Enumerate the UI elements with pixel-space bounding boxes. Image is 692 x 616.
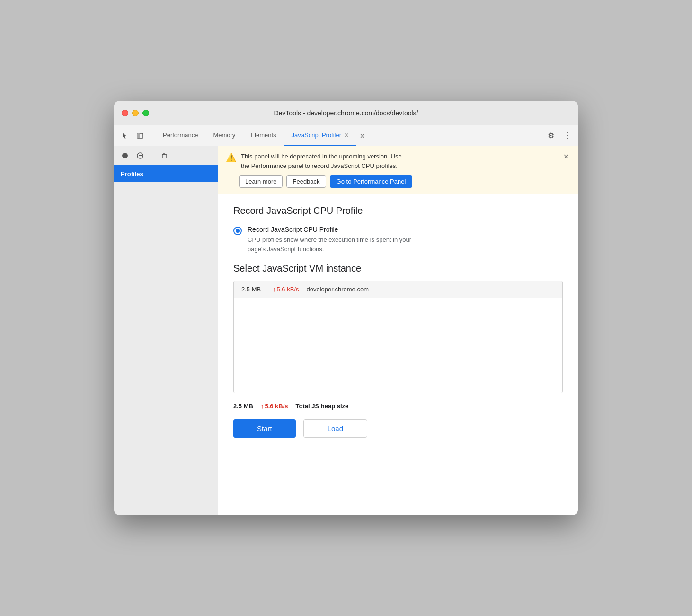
summary-up-arrow-icon: ↑ xyxy=(261,403,264,410)
tab-performance[interactable]: Performance xyxy=(155,125,205,146)
vm-empty-area xyxy=(234,298,562,393)
profile-option-desc: CPU profiles show where the execution ti… xyxy=(248,235,411,254)
cursor-icon[interactable] xyxy=(118,129,132,143)
summary-size: 2.5 MB xyxy=(233,403,253,410)
record-button[interactable] xyxy=(119,150,131,162)
tabs-container: Performance Memory Elements JavaScript P… xyxy=(155,125,538,146)
profile-option-text: Record JavaScript CPU Profile CPU profil… xyxy=(248,226,411,254)
load-button[interactable]: Load xyxy=(303,419,367,438)
sidebar-profiles-label: Profiles xyxy=(114,165,218,182)
traffic-lights xyxy=(122,110,149,116)
record-section-title: Record JavaScript CPU Profile xyxy=(233,205,563,216)
select-vm-title: Select JavaScript VM instance xyxy=(233,263,563,274)
profile-option-title: Record JavaScript CPU Profile xyxy=(248,226,411,233)
summary-speed: ↑5.6 kB/s xyxy=(261,403,288,410)
deprecation-banner-top: ⚠️ This panel will be deprecated in the … xyxy=(226,152,570,170)
svg-point-2 xyxy=(122,153,128,158)
sidebar-divider xyxy=(152,150,152,161)
tab-memory[interactable]: Memory xyxy=(205,125,243,146)
close-banner-button[interactable]: × xyxy=(561,152,570,162)
svg-rect-5 xyxy=(162,154,166,158)
tab-close-icon[interactable]: ✕ xyxy=(344,132,349,139)
vm-row[interactable]: 2.5 MB ↑5.6 kB/s developer.chrome.com xyxy=(234,281,562,298)
profile-option: Record JavaScript CPU Profile CPU profil… xyxy=(233,226,563,254)
close-button[interactable] xyxy=(122,110,128,116)
profile-radio-button[interactable] xyxy=(233,227,242,235)
vm-list: 2.5 MB ↑5.6 kB/s developer.chrome.com xyxy=(233,281,563,393)
tab-more-icon[interactable]: » xyxy=(356,125,369,146)
feedback-button[interactable]: Feedback xyxy=(286,175,326,188)
toolbar-right: ⚙ ⋮ xyxy=(544,129,574,143)
devtools-window: DevTools - developer.chrome.com/docs/dev… xyxy=(114,101,578,515)
svg-rect-1 xyxy=(137,133,140,138)
tab-elements[interactable]: Elements xyxy=(243,125,284,146)
toolbar: Performance Memory Elements JavaScript P… xyxy=(114,125,578,146)
content-body: Record JavaScript CPU Profile Record Jav… xyxy=(218,194,578,449)
stop-record-button[interactable] xyxy=(134,150,146,162)
toolbar-divider-2 xyxy=(541,130,541,141)
tab-js-profiler[interactable]: JavaScript Profiler ✕ xyxy=(284,125,356,146)
sidebar: Profiles xyxy=(114,146,218,515)
more-options-button[interactable]: ⋮ xyxy=(560,129,574,143)
settings-button[interactable]: ⚙ xyxy=(544,129,558,143)
deprecation-actions: Learn more Feedback Go to Performance Pa… xyxy=(239,175,570,188)
maximize-button[interactable] xyxy=(142,110,149,116)
deprecation-message: This panel will be deprecated in the upc… xyxy=(241,152,557,170)
minimize-button[interactable] xyxy=(132,110,139,116)
vm-url: developer.chrome.com xyxy=(306,286,369,293)
clear-button[interactable] xyxy=(158,150,170,162)
content-area: ⚠️ This panel will be deprecated in the … xyxy=(218,146,578,515)
up-arrow-icon: ↑ xyxy=(273,286,276,293)
window-title: DevTools - developer.chrome.com/docs/dev… xyxy=(274,109,418,117)
title-bar: DevTools - developer.chrome.com/docs/dev… xyxy=(114,101,578,125)
main-container: Profiles ⚠️ This panel will be deprecate… xyxy=(114,146,578,515)
action-buttons: Start Load xyxy=(233,419,563,438)
vm-summary: 2.5 MB ↑5.6 kB/s Total JS heap size xyxy=(233,399,563,419)
toolbar-icons xyxy=(118,129,147,143)
vm-speed: ↑5.6 kB/s xyxy=(273,286,299,293)
learn-more-button[interactable]: Learn more xyxy=(239,175,283,188)
start-button[interactable]: Start xyxy=(233,419,296,438)
warning-icon: ⚠️ xyxy=(226,152,236,163)
toolbar-divider-1 xyxy=(152,130,152,141)
sidebar-toolbar xyxy=(114,146,218,165)
vm-size: 2.5 MB xyxy=(241,286,265,293)
deprecation-banner: ⚠️ This panel will be deprecated in the … xyxy=(218,146,578,194)
radio-inner xyxy=(236,229,240,233)
dock-icon[interactable] xyxy=(133,129,147,143)
go-to-performance-button[interactable]: Go to Performance Panel xyxy=(330,175,413,188)
summary-label: Total JS heap size xyxy=(296,403,349,410)
